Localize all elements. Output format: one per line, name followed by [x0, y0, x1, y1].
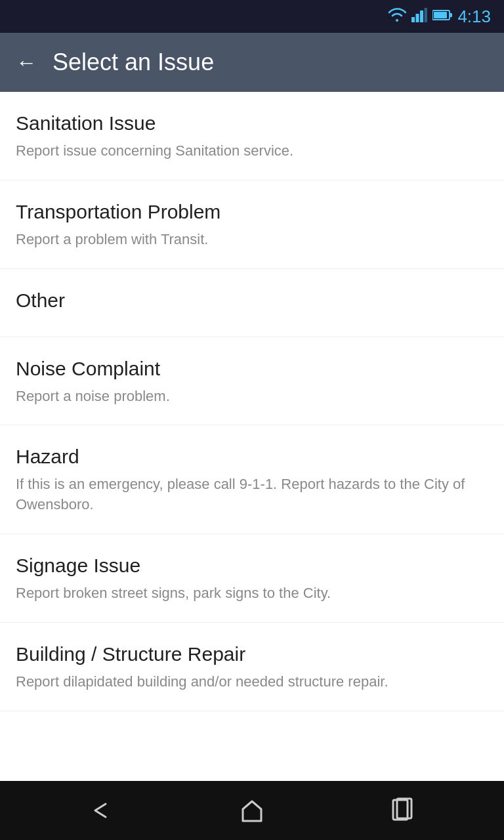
issue-title-noise: Noise Complaint — [16, 356, 488, 381]
nav-home-button[interactable] — [232, 791, 272, 830]
issue-desc-signage: Report broken street signs, park signs t… — [16, 583, 488, 604]
issue-list: Sanitation IssueReport issue concerning … — [0, 92, 504, 781]
svg-rect-6 — [434, 12, 447, 18]
issue-title-transportation: Transportation Problem — [16, 199, 488, 224]
issue-desc-transportation: Report a problem with Transit. — [16, 230, 488, 250]
nav-recent-button[interactable] — [383, 791, 422, 830]
status-bar: 4:13 — [0, 0, 504, 33]
issue-item-signage[interactable]: Signage IssueReport broken street signs,… — [0, 534, 504, 623]
issue-item-other[interactable]: Other — [0, 269, 504, 337]
issue-item-building[interactable]: Building / Structure RepairReport dilapi… — [0, 623, 504, 711]
issue-title-hazard: Hazard — [16, 444, 488, 469]
issue-desc-sanitation: Report issue concerning Sanitation servi… — [16, 141, 488, 161]
status-icons: 4:13 — [388, 7, 491, 27]
svg-rect-8 — [397, 799, 411, 818]
issue-desc-noise: Report a noise problem. — [16, 387, 488, 407]
issue-item-hazard[interactable]: HazardIf this is an emergency, please ca… — [0, 425, 504, 534]
signal-icon — [411, 8, 427, 25]
issue-title-sanitation: Sanitation Issue — [16, 110, 488, 136]
issue-title-building: Building / Structure Repair — [16, 641, 488, 667]
svg-rect-2 — [420, 10, 423, 22]
app-header: ← Select an Issue — [0, 33, 504, 92]
back-button[interactable]: ← — [16, 52, 37, 73]
wifi-icon — [388, 7, 406, 26]
svg-rect-0 — [411, 17, 415, 22]
svg-rect-3 — [425, 8, 428, 22]
issue-item-noise[interactable]: Noise ComplaintReport a noise problem. — [0, 337, 504, 426]
status-time: 4:13 — [457, 7, 491, 27]
issue-desc-building: Report dilapidated building and/or neede… — [16, 672, 488, 692]
issue-item-sanitation[interactable]: Sanitation IssueReport issue concerning … — [0, 92, 504, 180]
issue-item-transportation[interactable]: Transportation ProblemReport a problem w… — [0, 180, 504, 269]
page-title: Select an Issue — [52, 49, 214, 76]
nav-back-button[interactable] — [82, 791, 121, 830]
bottom-nav-bar — [0, 781, 504, 840]
issue-title-other: Other — [16, 287, 488, 313]
issue-desc-hazard: If this is an emergency, please call 9-1… — [16, 474, 488, 515]
svg-rect-1 — [416, 14, 419, 22]
svg-rect-5 — [450, 13, 452, 17]
issue-title-signage: Signage Issue — [16, 553, 488, 578]
battery-icon — [432, 9, 452, 24]
svg-rect-7 — [393, 800, 408, 820]
